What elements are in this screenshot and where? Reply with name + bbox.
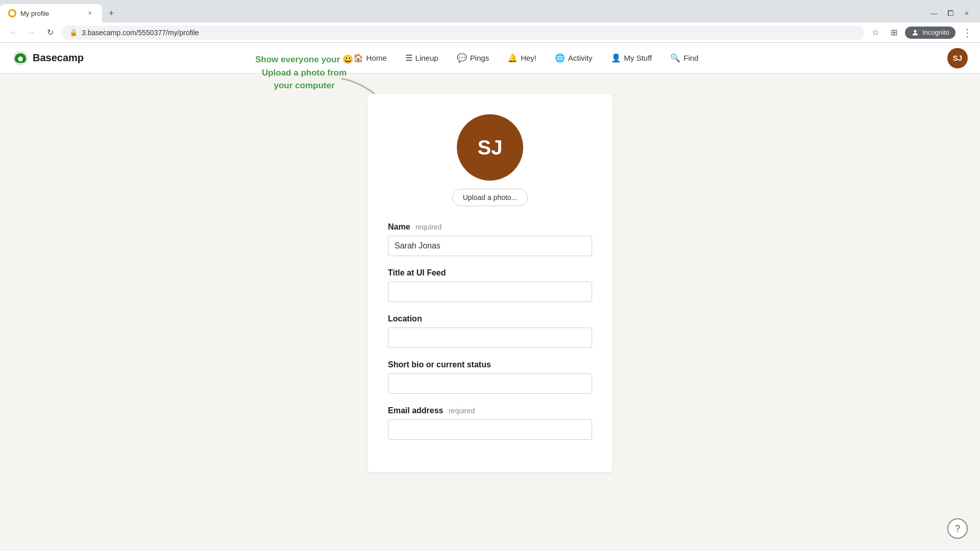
incognito-button[interactable]: Incognito	[905, 27, 955, 39]
browser-menu-button[interactable]: ⋮	[960, 26, 974, 40]
nav-label-find: Find	[683, 54, 698, 62]
name-input[interactable]	[388, 236, 592, 256]
name-field-group: Name required	[388, 222, 592, 256]
incognito-icon	[911, 29, 919, 37]
help-button[interactable]: ?	[947, 518, 968, 539]
bookmark-button[interactable]: ☆	[868, 26, 883, 40]
pings-icon: 💬	[457, 53, 467, 63]
incognito-label: Incognito	[922, 29, 949, 36]
tab-close-button[interactable]: ×	[86, 9, 94, 17]
tab-favicon	[8, 9, 16, 17]
svg-point-0	[10, 11, 15, 16]
svg-point-3	[18, 56, 23, 61]
nav-item-lineup[interactable]: ☰ Lineup	[397, 49, 447, 67]
lineup-icon: ☰	[405, 53, 412, 63]
upload-hint-line1: Show everyone your 😀	[255, 53, 353, 66]
main-content: Show everyone your 😀 Upload a photo from…	[0, 73, 980, 551]
upload-hint: Show everyone your 😀 Upload a photo from…	[255, 53, 353, 92]
nav-label-lineup: Lineup	[415, 54, 438, 62]
nav-item-hey[interactable]: 🔔 Hey!	[499, 49, 545, 67]
email-field-group: Email address required	[388, 406, 592, 440]
lock-icon: 🔒	[69, 29, 78, 36]
profile-card: SJ Upload a photo... Name required Title…	[368, 94, 612, 472]
hey-icon: 🔔	[507, 53, 518, 63]
title-label: Title at UI Feed	[388, 268, 592, 278]
active-tab[interactable]: My profile ×	[0, 4, 102, 22]
email-input[interactable]	[388, 419, 592, 440]
minimize-button[interactable]: —	[927, 6, 941, 20]
email-required-tag: required	[449, 407, 475, 415]
location-label: Location	[388, 314, 592, 323]
reload-button[interactable]: ↻	[43, 26, 57, 40]
profile-avatar[interactable]: SJ	[457, 114, 523, 181]
nav-item-find[interactable]: 🔍 Find	[662, 49, 706, 67]
nav-label-activity: Activity	[568, 54, 593, 62]
nav-item-activity[interactable]: 🌐 Activity	[547, 49, 601, 67]
bio-input[interactable]	[388, 373, 592, 394]
app-nav: Basecamp 🏠 Home ☰ Lineup 💬 Pings 🔔 Hey! …	[0, 43, 980, 73]
nav-label-hey: Hey!	[521, 54, 536, 62]
activity-icon: 🌐	[555, 53, 565, 63]
name-label: Name required	[388, 222, 592, 232]
nav-item-pings[interactable]: 💬 Pings	[449, 49, 498, 67]
nav-label-mystuff: My Stuff	[624, 54, 652, 62]
browser-chrome: My profile × + — ⧠ × ← → ↻ 🔒 3.basecamp.…	[0, 0, 980, 43]
tab-bar: My profile × + — ⧠ ×	[0, 0, 980, 22]
location-field-group: Location	[388, 314, 592, 348]
main-nav: 🏠 Home ☰ Lineup 💬 Pings 🔔 Hey! 🌐 Activit…	[104, 49, 947, 67]
bio-label: Short bio or current status	[388, 360, 592, 369]
user-avatar[interactable]: SJ	[947, 48, 968, 68]
new-tab-button[interactable]: +	[104, 6, 118, 20]
window-controls: — ⧠ ×	[927, 6, 980, 20]
back-button[interactable]: ←	[6, 26, 20, 40]
name-required-tag: required	[415, 223, 442, 231]
nav-label-home: Home	[366, 54, 387, 62]
title-field-group: Title at UI Feed	[388, 268, 592, 302]
url-text: 3.basecamp.com/5550377/my/profile	[82, 29, 199, 37]
nav-label-pings: Pings	[470, 54, 489, 62]
svg-point-1	[914, 30, 917, 32]
layout-button[interactable]: ⊞	[887, 26, 901, 40]
tab-title: My profile	[20, 10, 82, 17]
close-button[interactable]: ×	[960, 6, 974, 20]
title-input[interactable]	[388, 282, 592, 302]
avatar-section: SJ Upload a photo...	[388, 114, 592, 206]
email-label: Email address required	[388, 406, 592, 415]
profile-wrapper: Show everyone your 😀 Upload a photo from…	[368, 94, 612, 531]
location-input[interactable]	[388, 328, 592, 348]
app-logo[interactable]: Basecamp	[12, 50, 84, 66]
forward-button[interactable]: →	[24, 26, 39, 40]
nav-item-mystuff[interactable]: 👤 My Stuff	[603, 49, 660, 67]
find-icon: 🔍	[670, 53, 680, 63]
app-logo-text: Basecamp	[33, 52, 84, 64]
url-bar[interactable]: 🔒 3.basecamp.com/5550377/my/profile	[61, 26, 864, 40]
address-bar: ← → ↻ 🔒 3.basecamp.com/5550377/my/profil…	[0, 22, 980, 43]
home-icon: 🏠	[353, 53, 363, 63]
mystuff-icon: 👤	[611, 53, 621, 63]
maximize-button[interactable]: ⧠	[943, 6, 958, 20]
basecamp-logo-icon	[12, 50, 29, 66]
bio-field-group: Short bio or current status	[388, 360, 592, 394]
upload-photo-button[interactable]: Upload a photo...	[452, 189, 528, 206]
